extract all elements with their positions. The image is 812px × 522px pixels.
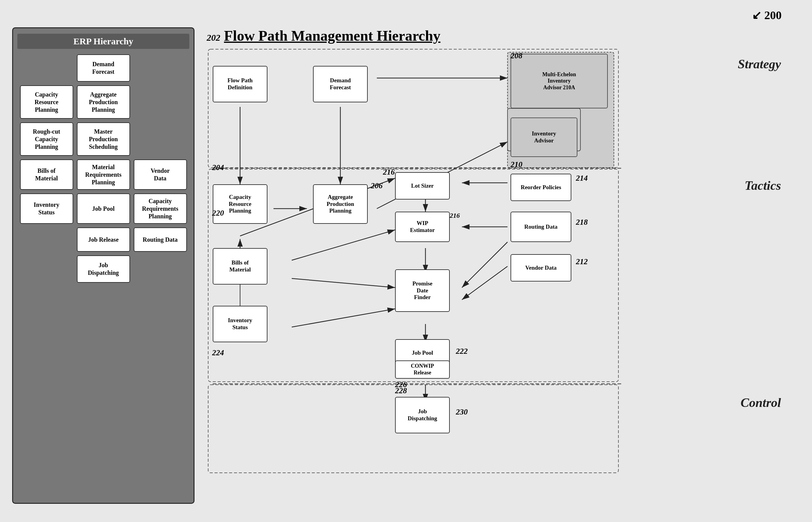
svg-line-23 [462, 266, 507, 300]
ref-224: 224 [212, 348, 224, 357]
tactics-label: Tactics [745, 178, 781, 193]
ref-228: 228 [395, 386, 407, 395]
ref-202: 202 [207, 33, 220, 43]
vendor-data-box: Vendor Data [510, 254, 571, 281]
erp-box-job-release: Job Release [77, 227, 130, 252]
ref-208: 208 [510, 51, 522, 60]
right-panel-title: Flow Path Management Hierarchy [224, 27, 440, 44]
erp-box-routing-data: Routing Data [134, 227, 187, 252]
bills-material-box: Bills of Material [213, 248, 267, 284]
ref-206: 206 [371, 181, 383, 190]
left-panel-title: ERP Hierarchy [17, 34, 189, 49]
ref-arrow-200: ↙ 200 [752, 8, 782, 22]
promise-date-box: Promise Date Finder [395, 269, 450, 312]
erp-box-empty2 [134, 54, 187, 82]
strategy-label: Strategy [738, 57, 781, 72]
erp-box-job-dispatching: Job Dispatching [77, 255, 130, 283]
arrows-svg [207, 48, 784, 479]
conwip-release-box: CONWIP Release [395, 360, 450, 379]
erp-box-bills-material: Bills of Material [20, 159, 73, 190]
right-panel: 202 Flow Path Management Hierarchy [207, 27, 800, 504]
routing-data-box: Routing Data [510, 212, 571, 242]
erp-box-empty1 [20, 54, 73, 82]
inventory-advisor-box: Inventory Advisor [510, 118, 577, 157]
svg-line-17 [292, 279, 395, 287]
ref-210: 210 [510, 160, 522, 169]
diagram: Strategy Tactics Control Flow Path Defin… [207, 48, 784, 479]
reorder-policies-box: Reorder Policies [510, 174, 571, 201]
erp-box-inventory-status: Inventory Status [20, 194, 73, 224]
erp-box-demand-forecast: Demand Forecast [77, 54, 130, 82]
erp-box-master-prod: Master Production Scheduling [77, 122, 130, 156]
erp-box-capacity-resource: Capacity Resource Planning [20, 85, 73, 119]
erp-box-empty6 [20, 255, 73, 283]
erp-box-vendor-data: Vendor Data [134, 159, 187, 190]
erp-box-job-pool: Job Pool [77, 194, 130, 224]
lot-sizer-box: Lot Sizer [395, 172, 450, 200]
ref-200-label: 200 [764, 9, 781, 22]
page-container: ↙ 200 ERP Hierarchy Demand Forecast Capa… [0, 0, 812, 522]
inventory-status-box: Inventory Status [213, 306, 267, 342]
control-label: Control [740, 395, 781, 410]
wip-estimator-box: WIP Estimator [395, 212, 450, 242]
ref-220: 220 [212, 208, 224, 218]
svg-line-16 [292, 230, 395, 260]
ref-212: 212 [576, 257, 588, 266]
ref-216: 216 [383, 168, 395, 177]
ref-216b: 216 [450, 212, 460, 220]
erp-box-empty3 [134, 85, 187, 119]
left-panel: ERP Hierarchy Demand Forecast Capacity R… [12, 27, 194, 504]
ref-222: 222 [456, 347, 468, 356]
erp-box-material-req: Material Requirements Planning [77, 159, 130, 190]
svg-line-21 [462, 242, 507, 287]
erp-box-rough-cut: Rough-cut Capacity Planning [20, 122, 73, 156]
ref-214: 214 [576, 174, 588, 183]
erp-box-aggregate-prod: Aggregate Production Planning [77, 85, 130, 119]
flow-path-def-box: Flow Path Definition [213, 66, 267, 102]
erp-box-empty7 [134, 255, 187, 283]
multi-echelon-box: Multi-Echelon Inventory Advisor 210A [510, 54, 608, 108]
ref-218: 218 [576, 218, 588, 227]
erp-box-capacity-req: Capacity Requirements Planning [134, 194, 187, 224]
right-panel-title-row: 202 Flow Path Management Hierarchy [207, 27, 800, 44]
aggregate-prod-box: Aggregate Production Planning [313, 184, 368, 224]
demand-forecast-left-label: Demand Forecast [92, 60, 115, 76]
ref-204: 204 [212, 163, 224, 172]
erp-box-empty5 [20, 227, 73, 252]
ref-230: 230 [456, 407, 468, 417]
svg-line-22 [292, 309, 395, 327]
capacity-resource-box: Capacity Resource Planning [213, 184, 267, 224]
job-dispatching-box: Job Dispatching [395, 397, 450, 433]
demand-forecast-box: Demand Forecast [313, 66, 368, 102]
erp-box-empty4 [134, 122, 187, 156]
